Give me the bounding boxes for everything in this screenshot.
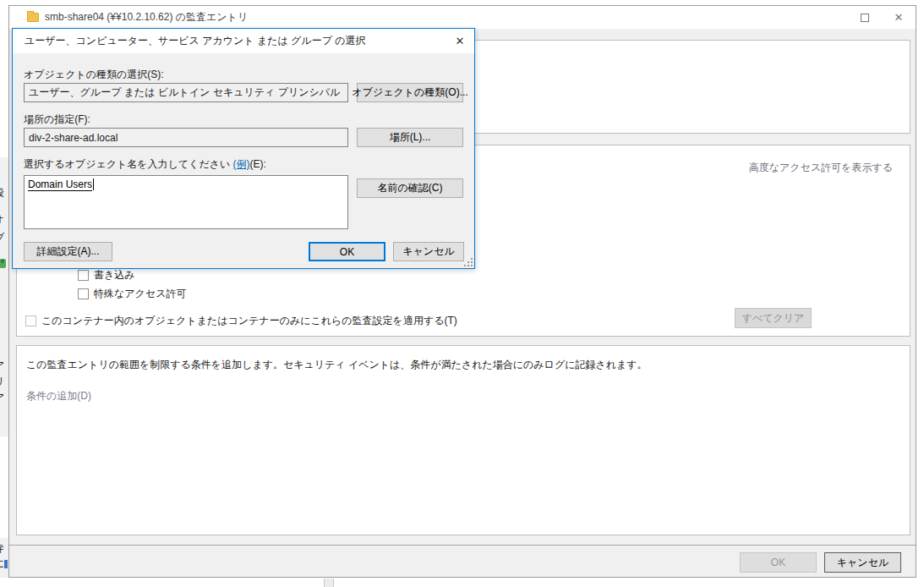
resize-grip[interactable]	[464, 258, 473, 266]
check-names-button[interactable]: 名前の確認(C)	[357, 178, 463, 198]
close-icon: ✕	[456, 35, 465, 47]
audit-cancel-button[interactable]: キャンセル	[824, 552, 901, 573]
background-text-fragment: s	[0, 161, 8, 174]
dialog-ok-button[interactable]: OK	[309, 242, 385, 261]
background-text-fragment: オ	[0, 213, 8, 227]
window-title: smb-share04 (¥¥10.2.10.62) の監査エントリ	[45, 10, 248, 25]
background-text-fragment: ブ	[0, 232, 8, 245]
show-advanced-permissions-link[interactable]: 高度なアクセス許可を表示する	[749, 161, 893, 175]
object-name-label-text: 選択するオブジェクト名を入力してください	[24, 158, 233, 170]
audit-ok-button[interactable]: OK	[740, 552, 817, 573]
dialog-title: ユーザー、コンピューター、サービス アカウント または グループ の選択	[25, 34, 366, 48]
advanced-button[interactable]: 詳細設定(A)...	[24, 242, 112, 261]
close-icon: ✕	[894, 11, 904, 24]
checkbox-row-special[interactable]: 特殊なアクセス許可	[78, 287, 186, 301]
object-type-field: ユーザー、グループ または ビルトイン セキュリティ プリンシパル	[24, 83, 348, 102]
dialog-titlebar: ユーザー、コンピューター、サービス アカウント または グループ の選択 ✕	[13, 29, 474, 53]
background-text-fragment: ア	[0, 359, 8, 373]
special-permissions-checkbox[interactable]	[78, 288, 89, 299]
maximize-icon	[861, 14, 869, 22]
screen: s 般 オ ブ ア リ ア 寺 に smb-share04 (¥¥10.2.10…	[0, 0, 924, 587]
dialog-cancel-button[interactable]: キャンセル	[393, 242, 464, 261]
user-icon	[0, 259, 6, 268]
footer-separator	[9, 545, 916, 546]
location-field: div-2-share-ad.local	[24, 128, 348, 147]
object-names-input[interactable]: Domain Users	[24, 175, 348, 229]
typed-object-name: Domain Users	[28, 178, 92, 191]
condition-description: この監査エントリの範囲を制限する条件を追加します。セキュリティ イベントは、条件…	[26, 358, 880, 372]
checkbox-row-apply-scope[interactable]: このコンテナー内のオブジェクトまたはコンテナーのみにこれらの監査設定を適用する(…	[25, 314, 457, 328]
object-name-label: 選択するオブジェクト名を入力してください (例)(E):	[24, 157, 266, 172]
folder-icon	[27, 13, 39, 22]
background-icon-fragment	[4, 560, 8, 568]
object-name-label-suffix: (E):	[250, 158, 266, 170]
apply-scope-checkbox[interactable]	[25, 315, 36, 326]
clear-all-button[interactable]: すべてクリア	[735, 308, 812, 328]
special-permissions-label: 特殊なアクセス許可	[94, 287, 186, 301]
background-window-edge	[324, 579, 334, 587]
close-button[interactable]: ✕	[882, 6, 916, 29]
background-text-fragment: 般	[0, 187, 8, 200]
window-controls: ✕	[848, 6, 916, 29]
apply-scope-label: このコンテナー内のオブジェクトまたはコンテナーのみにこれらの監査設定を適用する(…	[41, 314, 457, 328]
object-type-label: オブジェクトの種類の選択(S):	[24, 68, 164, 82]
add-condition-link[interactable]: 条件の追加(D)	[26, 389, 91, 403]
select-users-dialog: ユーザー、コンピューター、サービス アカウント または グループ の選択 ✕ オ…	[12, 28, 475, 269]
locations-button[interactable]: 場所(L)...	[357, 128, 463, 147]
object-types-button[interactable]: オブジェクトの種類(O)...	[357, 83, 463, 102]
write-checkbox-label: 書き込み	[94, 268, 135, 283]
write-checkbox[interactable]	[78, 270, 89, 281]
maximize-button[interactable]	[848, 6, 882, 29]
background-text-fragment: ア	[0, 392, 8, 405]
checkbox-row-write[interactable]: 書き込み	[78, 268, 135, 283]
dialog-close-button[interactable]: ✕	[446, 29, 474, 53]
audit-condition-panel: この監査エントリの範囲を制限する条件を追加します。セキュリティ イベントは、条件…	[16, 345, 910, 535]
examples-link[interactable]: (例)	[233, 158, 250, 170]
background-text-fragment: リ	[0, 376, 8, 389]
window-titlebar: smb-share04 (¥¥10.2.10.62) の監査エントリ ✕	[9, 6, 916, 29]
background-text-fragment: 寺	[0, 542, 8, 556]
location-label: 場所の指定(F):	[24, 112, 90, 127]
